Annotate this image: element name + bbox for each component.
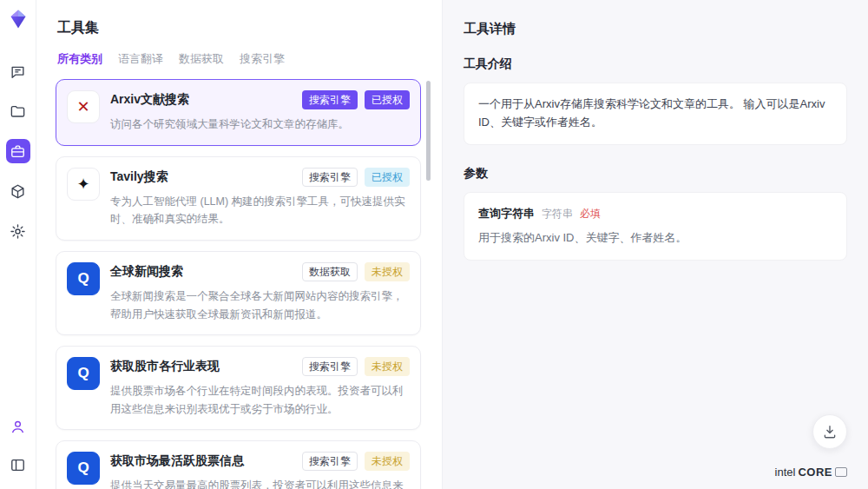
intro-card: 一个用于从Arxiv存储库搜索科学论文和文章的工具。 输入可以是Arxiv ID… — [464, 83, 847, 145]
app-logo-icon[interactable] — [8, 9, 29, 30]
tools-panel-title: 工具集 — [57, 19, 433, 37]
core-brand-text: CORE — [798, 466, 832, 479]
category-badge: 搜索引擎 — [302, 168, 358, 187]
tab-language-translation[interactable]: 语言翻译 — [118, 51, 163, 67]
auth-status-badge: 未授权 — [365, 452, 410, 471]
rail-bottom — [6, 414, 30, 480]
tool-description: 访问各个研究领域大量科学论文和文章的存储库。 — [110, 116, 410, 134]
tool-card-body: Tavily搜索 搜索引擎 已授权 专为人工智能代理 (LLM) 构建的搜索引擎… — [110, 168, 410, 228]
tool-description: 提供当天交易量最高的股票列表，投资者可以利用这些信息来识别流动性强的股票和潜在的… — [110, 477, 410, 489]
news-glyph: Q — [77, 270, 89, 287]
category-badge: 搜索引擎 — [302, 452, 358, 471]
tools-scroll-area: ✕ Arxiv文献搜索 搜索引擎 已授权 访问各个研究领域大量科学论文和文章的存… — [56, 79, 433, 489]
auth-status-badge: 未授权 — [365, 262, 410, 281]
auth-status-badge: 未授权 — [365, 357, 410, 376]
tool-card-body: 获取股市各行业表现 搜索引擎 未授权 提供股票市场各个行业在特定时间段内的表现。… — [110, 357, 410, 418]
tool-card-body: Arxiv文献搜索 搜索引擎 已授权 访问各个研究领域大量科学论文和文章的存储库… — [110, 90, 410, 134]
tavily-logo-icon: ✦ — [67, 168, 100, 201]
folder-nav-icon[interactable] — [6, 99, 30, 123]
param-card: 查询字符串 字符串 必填 用于搜索的Arxiv ID、关键字、作者姓名。 — [464, 192, 847, 261]
param-description: 用于搜索的Arxiv ID、关键字、作者姓名。 — [478, 229, 832, 248]
stocks-glyph: Q — [77, 459, 89, 477]
chip-badge-icon — [835, 467, 847, 477]
tool-description: 全球新闻搜索是一个聚合全球各大新闻网站内容的搜索引擎，帮助用户快速获取全球最新资… — [110, 287, 410, 323]
package-nav-icon[interactable] — [6, 179, 30, 203]
category-tabs: 所有类别 语言翻译 数据获取 搜索引擎 — [57, 51, 433, 67]
tool-name: 获取股市各行业表现 — [110, 359, 295, 374]
tool-name: Arxiv文献搜索 — [110, 92, 295, 108]
collapse-panel-icon[interactable] — [6, 453, 30, 477]
tab-all-categories[interactable]: 所有类别 — [57, 51, 102, 67]
intro-section-heading: 工具介绍 — [464, 56, 847, 72]
category-badge: 搜索引擎 — [302, 90, 358, 109]
auth-status-badge: 已授权 — [365, 90, 410, 109]
rail-nav — [6, 59, 30, 243]
settings-nav-icon[interactable] — [6, 219, 30, 243]
tools-list-panel: 工具集 所有类别 语言翻译 数据获取 搜索引擎 ✕ Arxiv文献搜索 搜索引擎… — [36, 0, 443, 489]
download-icon — [822, 424, 838, 439]
tab-data-fetch[interactable]: 数据获取 — [179, 51, 224, 67]
tool-card-tavily[interactable]: ✦ Tavily搜索 搜索引擎 已授权 专为人工智能代理 (LLM) 构建的搜索… — [56, 156, 421, 241]
chat-nav-icon[interactable] — [6, 59, 30, 83]
tool-card-sector-performance[interactable]: Q 获取股市各行业表现 搜索引擎 未授权 提供股票市场各个行业在特定时间段内的表… — [56, 346, 421, 430]
stocks-app-logo-icon: Q — [67, 357, 100, 390]
download-button[interactable] — [812, 414, 847, 449]
tool-name: 全球新闻搜索 — [110, 264, 295, 280]
stocks-app-logo-icon: Q — [67, 452, 100, 485]
arxiv-logo-icon: ✕ — [67, 90, 100, 123]
detail-panel-title: 工具详情 — [464, 21, 847, 37]
stocks-glyph: Q — [77, 365, 89, 382]
icon-rail — [0, 0, 36, 489]
tool-card-most-active-stocks[interactable]: Q 获取市场最活跃股票信息 搜索引擎 未授权 提供当天交易量最高的股票列表，投资… — [56, 440, 421, 489]
tool-card-body: 获取市场最活跃股票信息 搜索引擎 未授权 提供当天交易量最高的股票列表，投资者可… — [110, 452, 410, 489]
tavily-glyph: ✦ — [76, 175, 89, 194]
tab-search-engine[interactable]: 搜索引擎 — [240, 51, 285, 67]
param-name: 查询字符串 — [478, 205, 535, 223]
param-type: 字符串 — [542, 206, 573, 222]
tool-name: Tavily搜索 — [110, 169, 295, 185]
tool-name: 获取市场最活跃股票信息 — [110, 453, 295, 469]
tool-card-global-news[interactable]: Q 全球新闻搜索 数据获取 未授权 全球新闻搜索是一个聚合全球各大新闻网站内容的… — [56, 251, 421, 335]
params-section-heading: 参数 — [464, 166, 847, 182]
param-required-flag: 必填 — [580, 206, 601, 222]
toolbox-nav-icon[interactable] — [6, 139, 30, 163]
category-badge: 数据获取 — [302, 262, 358, 281]
category-badge: 搜索引擎 — [302, 357, 358, 376]
tool-card-body: 全球新闻搜索 数据获取 未授权 全球新闻搜索是一个聚合全球各大新闻网站内容的搜索… — [110, 262, 410, 323]
tool-card-arxiv[interactable]: ✕ Arxiv文献搜索 搜索引擎 已授权 访问各个研究领域大量科学论文和文章的存… — [56, 79, 421, 146]
list-scrollbar[interactable] — [426, 81, 431, 181]
app-window: 工具集 所有类别 语言翻译 数据获取 搜索引擎 ✕ Arxiv文献搜索 搜索引擎… — [0, 0, 868, 489]
arxiv-glyph: ✕ — [76, 97, 89, 116]
intel-core-logo: intel CORE — [775, 466, 847, 479]
intro-text: 一个用于从Arxiv存储库搜索科学论文和文章的工具。 输入可以是Arxiv ID… — [478, 97, 825, 129]
tool-detail-panel: 工具详情 工具介绍 一个用于从Arxiv存储库搜索科学论文和文章的工具。 输入可… — [443, 0, 868, 489]
user-profile-icon[interactable] — [6, 414, 30, 439]
tool-description: 提供股票市场各个行业在特定时间段内的表现。投资者可以利用这些信息来识别表现优于或… — [110, 382, 410, 418]
news-app-logo-icon: Q — [67, 262, 100, 295]
intel-brand-text: intel — [775, 466, 796, 479]
tool-description: 专为人工智能代理 (LLM) 构建的搜索引擎工具，可快速提供实时、准确和真实的结… — [110, 193, 410, 228]
auth-status-badge: 已授权 — [365, 168, 410, 187]
